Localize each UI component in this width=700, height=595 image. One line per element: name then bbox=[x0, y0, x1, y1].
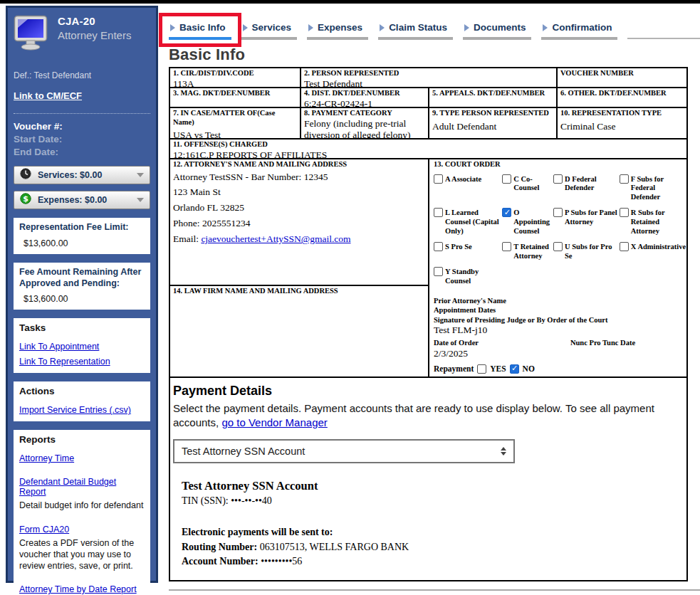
checkbox-a-associate[interactable]: A Associate bbox=[434, 174, 501, 202]
checkbox-box[interactable] bbox=[553, 208, 563, 217]
account-number-line: Account Number: •••••••••56 bbox=[182, 554, 684, 569]
checkbox-box[interactable] bbox=[434, 267, 443, 276]
field-dist-dkt-number: 4. DIST. DKT/DEF.NUMBER 6:24-CR-02424-1 bbox=[301, 88, 429, 107]
tab-label: Confirmation bbox=[552, 22, 612, 33]
tab-expenses[interactable]: Expenses bbox=[307, 22, 368, 40]
sidebar-title: CJA-20 bbox=[58, 15, 131, 27]
attorney-city: Orlando FL 32825 bbox=[173, 200, 425, 216]
field-other-dkt-number: 6. OTHER. DKT/DEF.NUMBER bbox=[558, 88, 686, 107]
fee-remaining-value: $13,600.00 bbox=[19, 294, 145, 304]
form-row-5: 12. ATTORNEY'S NAME AND MAILING ADDRESS … bbox=[170, 159, 686, 378]
fee-remaining-label: Fee Amount Remaining After Approved and … bbox=[19, 267, 145, 289]
court-order-options: A Associate C Co-Counsel D Federal Defen… bbox=[434, 174, 682, 286]
link-to-appointment[interactable]: Link To Appointment bbox=[19, 342, 99, 352]
end-date-label: End Date: bbox=[14, 146, 150, 159]
tab-arrow-icon bbox=[464, 24, 469, 31]
checkbox-u-subs-pro-se[interactable]: U Subs for Pro Se bbox=[553, 242, 618, 260]
payment-details-description: Select the payment details. Payment acco… bbox=[173, 401, 686, 431]
tab-confirmation[interactable]: Confirmation bbox=[541, 22, 617, 40]
checkbox-box[interactable] bbox=[502, 208, 511, 217]
checkbox-x-administrative[interactable]: X Administrative bbox=[620, 242, 686, 260]
services-accordion[interactable]: Services: $0.00 bbox=[14, 166, 150, 184]
actions-header: Actions bbox=[19, 386, 145, 396]
form-cja20-link[interactable]: Form CJA20 bbox=[19, 525, 69, 535]
prior-attorney-label: Prior Attorney's Name bbox=[434, 296, 682, 306]
checkbox-l-learned-counsel[interactable]: L Learned Counsel (Capital Only) bbox=[434, 208, 501, 236]
payment-details-section: Payment Details Select the payment detai… bbox=[170, 378, 686, 580]
account-name: Test Attorney SSN Account bbox=[182, 479, 684, 493]
checkbox-s-pro-se[interactable]: S Pro Se bbox=[434, 242, 501, 260]
field-person-represented: 2. PERSON REPRESENTED Test Defendant bbox=[301, 68, 558, 87]
checkbox-r-subs-retained-attorney[interactable]: R Subs for Retained Attorney bbox=[620, 208, 686, 236]
checkbox-box[interactable] bbox=[553, 242, 563, 251]
tab-claim-status[interactable]: Claim Status bbox=[378, 22, 453, 40]
tab-services[interactable]: Services bbox=[241, 22, 298, 40]
checkbox-y-standby-counsel[interactable]: Y Standby Counsel bbox=[434, 267, 501, 285]
attorney-email-line: Email: cjaevouchertest+AttySSN@gmail.com bbox=[173, 231, 425, 247]
tab-documents[interactable]: Documents bbox=[463, 22, 532, 40]
date-of-order-value: 2/3/2025 bbox=[434, 348, 570, 360]
sidebar: CJA-20 Attorney Enters Def.: Test Defend… bbox=[6, 6, 158, 583]
field-appeals-dkt-number: 5. APPEALS. DKT/DEF.NUMBER bbox=[429, 88, 558, 107]
checkbox-d-federal-defender[interactable]: D Federal Defender bbox=[553, 174, 618, 202]
attorney-time-link[interactable]: Attorney Time bbox=[19, 453, 74, 463]
vendor-manager-link[interactable]: go to Vendor Manager bbox=[221, 416, 327, 428]
footer-divider bbox=[169, 589, 700, 591]
attorney-email-link[interactable]: cjaevouchertest+AttySSN@gmail.com bbox=[201, 233, 350, 244]
tab-arrow-icon bbox=[243, 24, 248, 31]
defendant-detail-budget-report-link[interactable]: Defendant Detail Budget Report bbox=[19, 477, 145, 497]
sidebar-subtitle: Attorney Enters bbox=[58, 29, 131, 41]
payment-account-select[interactable]: Test Attorney SSN Account bbox=[173, 439, 515, 463]
checkbox-box[interactable] bbox=[502, 242, 511, 251]
account-tin: TIN (SSN): •••-••-••40 bbox=[182, 495, 684, 507]
monitor-icon bbox=[14, 15, 51, 53]
checkbox-box[interactable] bbox=[553, 174, 563, 184]
form-row-2: 3. MAG. DKT/DEF.NUMBER 4. DIST. DKT/DEF.… bbox=[170, 88, 686, 108]
fee-limit-label: Representation Fee Limit: bbox=[19, 222, 145, 233]
repayment-yes-checkbox[interactable] bbox=[477, 364, 486, 374]
tab-basic-info[interactable]: Basic Info bbox=[169, 22, 231, 40]
report-description: Detail budget info for defendant bbox=[19, 500, 145, 511]
reports-box: Reports Attorney Time Defendant Detail B… bbox=[14, 430, 150, 595]
select-spinner-icon bbox=[501, 447, 506, 456]
nunc-pro-tunc-label: Nunc Pro Tunc Date bbox=[570, 338, 635, 348]
link-to-representation[interactable]: Link To Representation bbox=[19, 357, 110, 367]
fee-limit-value: $13,600.00 bbox=[19, 238, 145, 248]
repayment-yes-label: YES bbox=[490, 364, 506, 373]
tab-arrow-icon bbox=[170, 24, 175, 31]
cmecf-link[interactable]: Link to CM/ECF bbox=[14, 90, 82, 101]
top-bar bbox=[0, 0, 700, 4]
checkbox-box[interactable] bbox=[620, 174, 629, 184]
checkbox-box[interactable] bbox=[434, 174, 443, 184]
tab-bar: Basic Info Services Expenses Claim Statu… bbox=[169, 9, 688, 40]
checkbox-box[interactable] bbox=[434, 242, 443, 251]
expenses-accordion[interactable]: $ Expenses: $0.00 bbox=[14, 191, 150, 209]
checkbox-o-appointing-counsel[interactable]: O Appointing Counsel bbox=[502, 208, 552, 236]
checkbox-c-co-counsel[interactable]: C Co-Counsel bbox=[502, 174, 552, 202]
reports-header: Reports bbox=[19, 434, 145, 445]
date-of-order-label: Date of Order bbox=[434, 338, 570, 348]
tab-label: Documents bbox=[474, 22, 526, 33]
attorney-phone: Phone: 2025551234 bbox=[173, 216, 425, 231]
checkbox-box[interactable] bbox=[620, 208, 629, 217]
checkbox-box[interactable] bbox=[502, 174, 511, 184]
chevron-down-icon bbox=[137, 173, 144, 177]
field-offenses-charged: 11. OFFENSE(S) CHARGED 12:161C.P REPORTS… bbox=[170, 139, 686, 158]
field-cir-dist-div-code: 1. CIR./DIST/DIV.CODE 113A bbox=[170, 68, 301, 87]
start-date-label: Start Date: bbox=[14, 133, 150, 146]
attorney-time-by-date-report-link[interactable]: Attorney Time by Date Report bbox=[19, 584, 137, 594]
checkbox-f-subs-federal-defender[interactable]: F Subs for Federal Defender bbox=[620, 174, 686, 202]
field-payment-category: 8. PAYMENT CATEGORY Felony (including pr… bbox=[301, 108, 429, 138]
attorney-name: Attorney TestSSN - Bar Number: 12345 bbox=[173, 169, 425, 185]
checkbox-box[interactable] bbox=[434, 208, 443, 217]
signature-label: Signature of Presiding Judge or By Order… bbox=[434, 315, 682, 325]
page: CJA-20 Attorney Enters Def.: Test Defend… bbox=[0, 0, 700, 595]
tasks-box: Tasks Link To Appointment Link To Repres… bbox=[14, 318, 150, 373]
import-service-entries-link[interactable]: Import Service Entries (.csv) bbox=[19, 405, 131, 415]
checkbox-p-subs-panel-attorney[interactable]: P Subs for Panel Attorney bbox=[553, 208, 618, 236]
checkbox-t-retained-attorney[interactable]: T Retained Attorney bbox=[502, 242, 552, 260]
checkbox-box[interactable] bbox=[620, 242, 629, 251]
field-type-person-represented: 9. TYPE PERSON REPRESENTED Adult Defenda… bbox=[429, 108, 558, 138]
attorney-column: 12. ATTORNEY'S NAME AND MAILING ADDRESS … bbox=[170, 159, 429, 377]
repayment-no-checkbox[interactable] bbox=[510, 364, 519, 374]
